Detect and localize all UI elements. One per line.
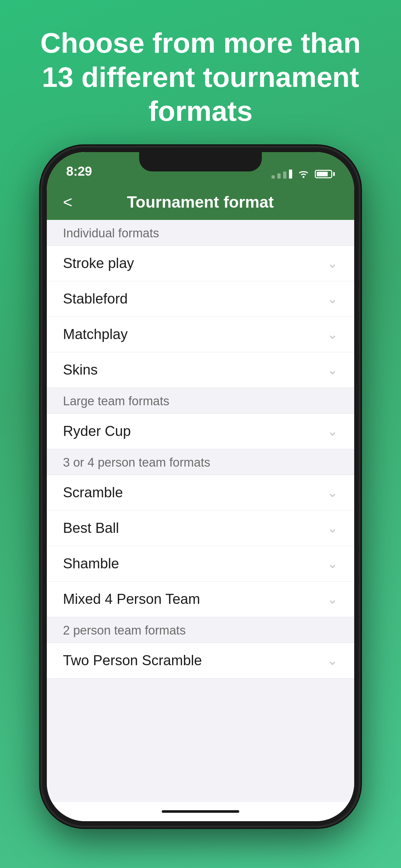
list-item-skins[interactable]: Skins ⌄ bbox=[47, 352, 354, 388]
status-icons bbox=[272, 169, 335, 179]
section-individual: Individual formats bbox=[47, 220, 354, 246]
chevron-stroke-play-icon: ⌄ bbox=[327, 256, 338, 271]
home-indicator bbox=[47, 802, 354, 821]
section-large-team: Large team formats bbox=[47, 388, 354, 414]
list-item-best-ball[interactable]: Best Ball ⌄ bbox=[47, 510, 354, 546]
list-item-stroke-play[interactable]: Stroke play ⌄ bbox=[47, 246, 354, 281]
list-item-scramble[interactable]: Scramble ⌄ bbox=[47, 475, 354, 510]
phone-shell: 8:29 bbox=[42, 148, 359, 826]
status-bar: 8:29 bbox=[47, 152, 354, 184]
list-item-shamble[interactable]: Shamble ⌄ bbox=[47, 546, 354, 582]
chevron-shamble-icon: ⌄ bbox=[327, 556, 338, 571]
list-item-best-ball-label: Best Ball bbox=[63, 520, 119, 536]
list-item-matchplay[interactable]: Matchplay ⌄ bbox=[47, 317, 354, 352]
phone-wrapper: 8:29 bbox=[42, 148, 359, 826]
list-item-ryder-cup-label: Ryder Cup bbox=[63, 423, 131, 439]
svg-point-0 bbox=[303, 176, 305, 178]
back-button[interactable]: < bbox=[63, 193, 72, 212]
section-3or4-team-label: 3 or 4 person team formats bbox=[63, 456, 210, 469]
list-item-mixed-4-person-label: Mixed 4 Person Team bbox=[63, 591, 200, 607]
chevron-mixed-4-person-icon: ⌄ bbox=[327, 592, 338, 607]
list-item-stroke-play-label: Stroke play bbox=[63, 255, 134, 271]
chevron-scramble-icon: ⌄ bbox=[327, 485, 338, 500]
hero-text: Choose from more than 13 different tourn… bbox=[0, 0, 401, 148]
chevron-best-ball-icon: ⌄ bbox=[327, 521, 338, 535]
list-item-ryder-cup[interactable]: Ryder Cup ⌄ bbox=[47, 414, 354, 449]
chevron-matchplay-icon: ⌄ bbox=[327, 327, 338, 342]
nav-title: Tournament format bbox=[79, 193, 322, 212]
list-item-stableford[interactable]: Stableford ⌄ bbox=[47, 281, 354, 317]
list-item-stableford-label: Stableford bbox=[63, 290, 128, 307]
battery-icon bbox=[315, 170, 335, 178]
chevron-stableford-icon: ⌄ bbox=[327, 291, 338, 306]
section-2person-team-label: 2 person team formats bbox=[63, 624, 186, 637]
chevron-two-person-scramble-icon: ⌄ bbox=[327, 653, 338, 668]
section-3or4-team: 3 or 4 person team formats bbox=[47, 449, 354, 475]
list-item-scramble-label: Scramble bbox=[63, 485, 123, 500]
section-large-team-label: Large team formats bbox=[63, 394, 169, 408]
chevron-ryder-cup-icon: ⌄ bbox=[327, 424, 338, 438]
home-bar bbox=[162, 810, 239, 813]
list-item-shamble-label: Shamble bbox=[63, 555, 119, 571]
list-item-two-person-scramble-label: Two Person Scramble bbox=[63, 652, 202, 669]
section-2person-team: 2 person team formats bbox=[47, 617, 354, 643]
list-item-two-person-scramble[interactable]: Two Person Scramble ⌄ bbox=[47, 643, 354, 678]
phone-screen: 8:29 bbox=[47, 152, 354, 821]
section-individual-label: Individual formats bbox=[63, 226, 159, 240]
content-area[interactable]: Individual formats Stroke play ⌄ Stablef… bbox=[47, 220, 354, 802]
list-item-skins-label: Skins bbox=[63, 362, 98, 378]
signal-dots-icon bbox=[272, 169, 292, 179]
wifi-icon bbox=[297, 169, 310, 179]
list-item-mixed-4-person[interactable]: Mixed 4 Person Team ⌄ bbox=[47, 582, 354, 617]
nav-bar: < Tournament format bbox=[47, 184, 354, 220]
chevron-skins-icon: ⌄ bbox=[327, 362, 338, 377]
notch bbox=[139, 152, 262, 172]
list-item-matchplay-label: Matchplay bbox=[63, 326, 128, 342]
status-time: 8:29 bbox=[66, 164, 92, 179]
